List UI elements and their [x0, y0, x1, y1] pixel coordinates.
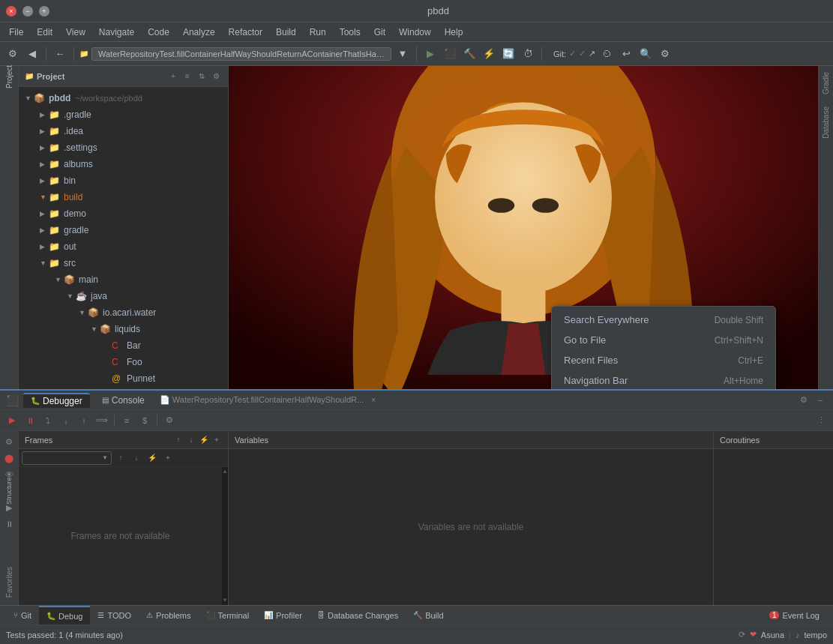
menu-navigate[interactable]: Navigate	[93, 25, 140, 39]
tree-item-main[interactable]: ▼ 📦 main	[19, 271, 228, 288]
undo-btn[interactable]: ↩	[618, 46, 634, 62]
scroll-up-arrow[interactable]: ▲	[222, 469, 228, 475]
tab-git[interactable]: ⑂ Git	[6, 606, 39, 625]
debug-stepover-btn[interactable]: ⤵	[40, 413, 55, 428]
tree-item-build[interactable]: ▼ 📁 build	[19, 189, 228, 205]
project-icon[interactable]: Project	[1, 69, 16, 84]
menu-git[interactable]: Git	[368, 25, 391, 39]
close-button[interactable]: ×	[6, 6, 16, 16]
tree-item-gradle2[interactable]: ▶ 📁 gradle	[19, 222, 228, 238]
frames-down-btn[interactable]: ↓	[186, 435, 196, 445]
favorites-panel[interactable]: Favorites	[0, 560, 19, 605]
database-label[interactable]: Database	[820, 100, 832, 145]
tree-item-punnet[interactable]: @ Punnet	[19, 370, 228, 387]
toolbar-back-btn[interactable]: ←	[52, 46, 68, 62]
menu-help[interactable]: Help	[439, 25, 469, 39]
tab-terminal[interactable]: ⬛ Terminal	[199, 606, 257, 625]
tab-problems[interactable]: ⚠ Problems	[139, 606, 198, 625]
minimize-button[interactable]: −	[22, 6, 33, 16]
stop-button[interactable]: ⬛	[442, 46, 458, 62]
menu-view[interactable]: View	[60, 25, 91, 39]
debug-tab-debugger[interactable]: 🐛 Debugger	[23, 393, 90, 408]
frames-filter2[interactable]: ⚡	[145, 451, 159, 465]
tree-item-java[interactable]: ▼ ☕ java	[19, 288, 228, 304]
tab-debug[interactable]: 🐛 Debug	[39, 606, 90, 625]
frames-add2[interactable]: +	[161, 451, 175, 465]
build-button[interactable]: 🔨	[461, 46, 478, 62]
menu-tools[interactable]: Tools	[334, 25, 367, 39]
menu-refactor[interactable]: Refactor	[223, 25, 268, 39]
tree-item-gradle[interactable]: ▶ 📁 .gradle	[19, 106, 228, 123]
ctx-search-everywhere[interactable]: Search Everywhere Double Shift	[552, 310, 775, 330]
debug-stepin-btn[interactable]: ↓	[58, 413, 73, 428]
tree-item-bin[interactable]: ▶ 📁 bin	[19, 172, 228, 189]
debug-icon-2[interactable]: ⬤	[1, 451, 16, 466]
tree-item-foo[interactable]: C Foo	[19, 354, 228, 370]
tree-item-idea[interactable]: ▶ 📁 .idea	[19, 123, 228, 139]
debug-icon-6[interactable]: ⏸	[1, 517, 16, 532]
debug-tab-console[interactable]: ▤ Console	[94, 394, 152, 407]
frames-add-btn[interactable]: +	[211, 435, 222, 445]
menu-analyze[interactable]: Analyze	[177, 25, 221, 39]
tab-db-changes[interactable]: 🗄 Database Changes	[310, 606, 406, 625]
tab-todo[interactable]: ☰ TODO	[90, 606, 139, 625]
frames-up-btn[interactable]: ↑	[173, 435, 184, 445]
debug-evaluate-btn[interactable]: ⟹	[94, 413, 109, 428]
gradle-label[interactable]: Gradle	[820, 66, 832, 100]
tree-item-src[interactable]: ▼ 📁 src	[19, 255, 228, 271]
menu-file[interactable]: File	[3, 25, 29, 39]
list-icon[interactable]: ≡	[181, 70, 193, 82]
history-btn[interactable]: ⏲	[598, 46, 615, 62]
frames-nav-down[interactable]: ↓	[130, 451, 143, 465]
debug-settings-btn2[interactable]: ⚙	[162, 413, 177, 428]
ctx-recent-files[interactable]: Recent Files Ctrl+E	[552, 350, 775, 370]
sort-icon[interactable]: ⇅	[196, 70, 208, 82]
debug-frames-btn[interactable]: ≡	[119, 413, 134, 428]
frames-scrollbar[interactable]: ▲ ▼	[222, 467, 228, 605]
toolbar-btn-6[interactable]: ⏱	[520, 46, 536, 62]
settings-icon[interactable]: ⚙	[210, 70, 222, 82]
frames-selector[interactable]: ▼	[22, 451, 112, 465]
menu-code[interactable]: Code	[142, 25, 175, 39]
debug-settings-btn[interactable]: ⚙	[797, 394, 811, 407]
scroll-down-arrow[interactable]: ▼	[222, 598, 228, 604]
toolbar-btn-4[interactable]: ⚡	[481, 46, 497, 62]
frames-filter-btn[interactable]: ⚡	[199, 435, 209, 445]
add-icon[interactable]: +	[167, 70, 179, 82]
settings-btn2[interactable]: ⚙	[657, 46, 673, 62]
debug-var-btn[interactable]: $	[137, 413, 152, 428]
run-button[interactable]: ▶	[422, 46, 439, 62]
tree-item-settings[interactable]: ▶ 📁 .settings	[19, 139, 228, 156]
debug-step-btn[interactable]: ⏸	[22, 413, 37, 428]
tree-item-bar[interactable]: C Bar	[19, 337, 228, 354]
frames-nav-up[interactable]: ↑	[114, 451, 127, 465]
toolbar-dropdown-btn[interactable]: ▼	[394, 46, 411, 62]
search-btn[interactable]: 🔍	[637, 46, 654, 62]
toolbar-btn-5[interactable]: 🔄	[500, 46, 517, 62]
tree-root[interactable]: ▼ 📦 pbdd ~/workspace/pbdd	[19, 90, 228, 106]
debug-resume-btn[interactable]: ▶	[4, 413, 19, 428]
tree-item-package[interactable]: ▼ 📦 io.acari.water	[19, 304, 228, 321]
menu-run[interactable]: Run	[304, 25, 332, 39]
maximize-button[interactable]: +	[39, 6, 49, 16]
toolbar-path[interactable]: WaterRepositoryTest.fillContainerHalfWay…	[91, 47, 391, 61]
debug-icon-4[interactable]: Structure	[1, 484, 16, 499]
debug-more-btn[interactable]: ⋮	[814, 413, 829, 428]
toolbar-settings-btn[interactable]: ⚙	[4, 46, 21, 62]
menu-edit[interactable]: Edit	[31, 25, 58, 39]
tree-item-out[interactable]: ▶ 📁 out	[19, 238, 228, 255]
debug-close-btn[interactable]: ×	[371, 396, 376, 404]
tab-event-log[interactable]: 1 Event Log	[762, 606, 827, 625]
tab-build[interactable]: 🔨 Build	[406, 606, 451, 625]
tree-item-demo[interactable]: ▶ 📁 demo	[19, 205, 228, 222]
ctx-goto-file[interactable]: Go to File Ctrl+Shift+N	[552, 330, 775, 350]
tree-item-albums[interactable]: ▶ 📁 albums	[19, 156, 228, 172]
menu-build[interactable]: Build	[270, 25, 302, 39]
tab-profiler[interactable]: 📊 Profiler	[256, 606, 310, 625]
editor-area[interactable]: Search Everywhere Double Shift Go to Fil…	[229, 66, 818, 389]
menu-window[interactable]: Window	[393, 25, 437, 39]
tree-item-liquids[interactable]: ▼ 📦 liquids	[19, 321, 228, 337]
toolbar-nav-btn[interactable]: ◀	[24, 46, 40, 62]
ctx-navigation-bar[interactable]: Navigation Bar Alt+Home	[552, 370, 775, 389]
debug-icon-1[interactable]: ⚙	[1, 434, 16, 449]
